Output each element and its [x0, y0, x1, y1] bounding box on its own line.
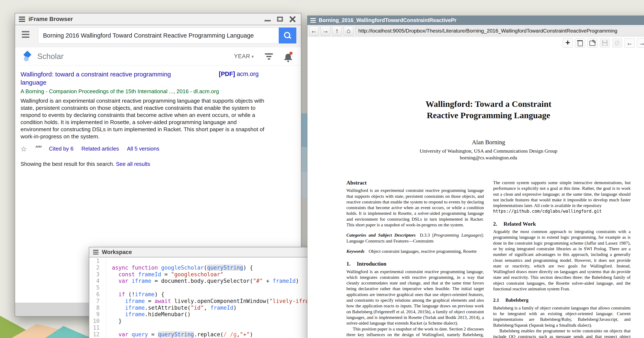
pdf-titlebar[interactable]: Borning_2016_WallingfordTowardConstraint… — [308, 16, 644, 25]
edit-button[interactable]: ✎ — [588, 38, 598, 48]
paper-affiliation: University of Washington, USA and Commun… — [345, 148, 632, 154]
paper-title: Wallingford: Toward a Constraint Reactiv… — [345, 98, 632, 121]
search-input[interactable] — [38, 28, 279, 44]
related-work-paragraph: Arguably the most common approach to int… — [493, 229, 630, 292]
chevron-down-icon: ▾ — [252, 54, 254, 59]
paper-left-column: Abstract Wallingford is an experimental … — [346, 180, 484, 338]
line-number: 7 — [89, 298, 106, 305]
code-line[interactable]: 4 var iframe = document.body.querySelect… — [89, 278, 320, 284]
scholar-search-bar — [15, 26, 301, 48]
year-filter-dropdown[interactable]: YEAR▾ — [234, 53, 254, 60]
home-button[interactable]: ⌂ — [344, 26, 353, 36]
scholar-menu-icon[interactable] — [22, 31, 29, 38]
next-page-button[interactable]: → — [637, 38, 644, 48]
code-line[interactable]: 12 var query = queryString.replace(/ /g,… — [89, 331, 320, 338]
back-button[interactable]: ← — [309, 26, 319, 36]
forward-icon: → — [322, 27, 329, 35]
introduction-paragraph: This position paper is a snapshot of the… — [346, 326, 484, 338]
up-icon: ↑ — [335, 27, 339, 35]
pdf-source[interactable]: acm.org — [236, 71, 258, 77]
categories-line: Categories and Subject DescriptorsD.3.3 … — [346, 232, 484, 244]
code-line[interactable]: 9 iframe.hideMenubar() — [89, 311, 320, 318]
code-line[interactable]: 3 const frameId = "googlescholoar" — [89, 271, 320, 278]
next-icon: → — [639, 40, 644, 47]
code-text: iframe.setAttribute("id", frameId) — [106, 305, 236, 311]
see-all-results-link[interactable]: See all results — [116, 161, 150, 167]
up-button[interactable]: ↑ — [332, 26, 342, 36]
code-text: } — [106, 318, 122, 324]
code-text — [106, 258, 112, 265]
window-menu-icon[interactable] — [310, 18, 316, 23]
iframe-browser-titlebar[interactable]: iFrame Browser — [15, 14, 301, 25]
code-text — [106, 284, 112, 291]
code-line[interactable]: 6 if (!iframe) { — [89, 291, 320, 298]
code-text: var query = queryString.replace(/ /g,"+"… — [106, 331, 253, 338]
search-button[interactable] — [279, 28, 296, 44]
scholar-brand[interactable]: Scholar — [37, 52, 64, 61]
keywords-line: KeywordsObject constraint languages, rea… — [346, 249, 484, 254]
paper-right-column: The current system supports some simple … — [493, 180, 630, 338]
paper-email: borning@cs.washington.edu — [345, 155, 632, 160]
code-line[interactable]: 8 iframe.setAttribute("id", frameId) — [89, 305, 320, 311]
minimize-icon[interactable] — [264, 20, 271, 22]
window-menu-icon[interactable] — [93, 250, 98, 254]
trash-icon — [578, 40, 582, 46]
workspace-window: Workspace 12async function googleScholar… — [89, 247, 320, 338]
url-input[interactable] — [355, 26, 644, 36]
result-snippet: Wallingford is an experimental constrain… — [20, 97, 265, 140]
cited-by-link[interactable]: Cited by 6 — [49, 145, 73, 152]
window-title: Workspace — [102, 249, 132, 255]
workspace-titlebar[interactable]: Workspace — [89, 247, 320, 257]
plus-icon: + — [566, 38, 570, 47]
all-versions-link[interactable]: All 5 versions — [127, 145, 160, 152]
prev-page-button[interactable]: ← — [624, 38, 634, 48]
pdf-tag: [PDF] — [219, 71, 235, 77]
related-articles-link[interactable]: Related articles — [81, 145, 119, 152]
save-button[interactable] — [600, 38, 610, 48]
scholar-logo-icon[interactable] — [23, 51, 32, 62]
abstract-text: Wallingford is an experimental constrain… — [346, 188, 484, 228]
delete-button[interactable] — [575, 38, 585, 48]
window-title: iFrame Browser — [28, 16, 73, 23]
line-number: 12 — [89, 331, 106, 338]
search-result: Wallingford: toward a constraint reactiv… — [20, 70, 271, 167]
line-number: 3 — [89, 271, 106, 278]
add-annotation-button[interactable]: + — [563, 38, 573, 48]
pdf-source-link[interactable]: [PDF] acm.org — [219, 71, 258, 77]
pdf-viewer-window: Borning_2016_WallingfordTowardConstraint… — [307, 16, 644, 338]
save-star-icon[interactable]: ☆ — [20, 146, 27, 152]
code-line[interactable]: 2async function googleScholar(queryStrin… — [89, 265, 320, 271]
line-number: 11 — [89, 324, 106, 331]
window-controls — [264, 16, 296, 23]
line-number: 6 — [89, 291, 106, 298]
code-editor[interactable]: 12async function googleScholar(queryStri… — [89, 258, 320, 338]
maximize-icon[interactable] — [277, 17, 283, 22]
edit-icon: ✎ — [590, 40, 596, 46]
code-line[interactable]: 10 } — [89, 318, 320, 324]
pdf-toolbar: + ✎ ∅ ← → — [308, 37, 644, 49]
alerts-bell-icon[interactable] — [284, 52, 293, 61]
result-title-link[interactable]: Wallingford: toward a constraint reactiv… — [20, 70, 192, 86]
pdf-page[interactable]: Wallingford: Toward a Constraint Reactiv… — [308, 49, 644, 338]
line-number: 8 — [89, 305, 106, 311]
home-icon: ⌂ — [346, 27, 350, 35]
cite-icon[interactable]: ”” — [35, 147, 41, 151]
code-line[interactable]: 11 — [89, 324, 320, 331]
close-icon[interactable] — [289, 16, 296, 23]
result-actions: ☆ ”” Cited by 6 Related articles All 5 v… — [20, 145, 271, 152]
code-text: iframe.hideMenubar() — [106, 311, 191, 318]
code-text: var iframe = document.body.querySelector… — [106, 278, 299, 284]
forward-button[interactable]: → — [321, 26, 330, 36]
code-line[interactable]: 7 iframe = await lively.openComponentInW… — [89, 298, 320, 305]
line-number: 2 — [89, 265, 106, 271]
code-line[interactable]: 1 — [89, 258, 320, 265]
code-line[interactable]: 5 — [89, 284, 320, 291]
scholar-header: Scholar YEAR▾ — [15, 48, 301, 66]
save-icon — [602, 40, 608, 46]
window-menu-icon[interactable] — [19, 17, 25, 22]
line-number: 1 — [89, 258, 106, 265]
cancel-button[interactable]: ∅ — [612, 38, 622, 48]
year-label: YEAR — [234, 53, 250, 59]
back-icon: ← — [311, 27, 317, 35]
sort-filter-icon[interactable] — [265, 53, 273, 60]
